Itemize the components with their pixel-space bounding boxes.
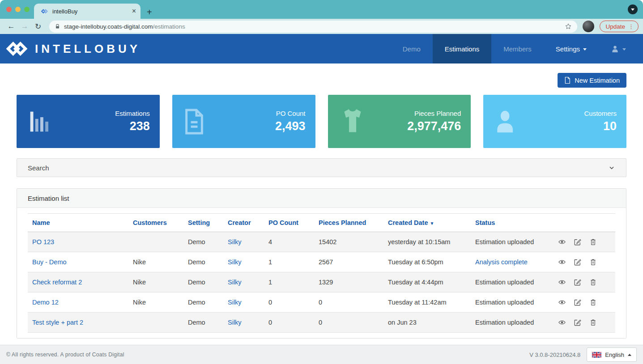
user-menu[interactable] — [599, 34, 643, 63]
delete-button[interactable] — [589, 238, 597, 246]
estimation-name-link[interactable]: Test style + part 2 — [32, 319, 83, 326]
nav-item-estimations[interactable]: Estimations — [433, 34, 492, 63]
card-value: 2,977,476 — [407, 119, 461, 133]
window-minimize-button[interactable] — [15, 7, 21, 12]
view-button[interactable] — [558, 318, 566, 326]
estimation-name-link[interactable]: Demo 12 — [32, 299, 59, 306]
new-estimation-label: New Estimation — [575, 77, 620, 84]
cell-pieces-planned: 15402 — [314, 232, 383, 252]
card-value: 10 — [584, 119, 617, 133]
card-value: 238 — [115, 119, 150, 133]
copyright-text: © All rights reserved. A product of Coat… — [6, 351, 124, 358]
address-bar[interactable]: stage-intellobuy.coats-digital.com/estim… — [49, 21, 577, 33]
column-header-customers[interactable]: Customers — [128, 214, 183, 232]
column-header-pieces-planned[interactable]: Pieces Planned — [314, 214, 383, 232]
estimation-name-link[interactable]: PO 123 — [32, 238, 54, 245]
url-path: /estimations — [153, 23, 185, 30]
browser-update-button[interactable]: Update ⋮ — [600, 21, 639, 32]
creator-link[interactable]: Silky — [228, 279, 242, 286]
estimation-name-link[interactable]: Buy - Demo — [32, 258, 67, 266]
edit-button[interactable] — [574, 238, 582, 246]
cell-status: Estimation uploaded — [471, 313, 554, 333]
delete-button[interactable] — [589, 318, 597, 326]
table-row: Buy - Demo Nike Demo Silky 1 2567 Tuesda… — [28, 252, 615, 272]
back-button[interactable]: ← — [5, 22, 17, 31]
creator-link[interactable]: Silky — [228, 319, 242, 326]
delete-button[interactable] — [589, 278, 597, 286]
column-header-po-count[interactable]: PO Count — [264, 214, 314, 232]
cell-setting: Demo — [183, 252, 223, 272]
trash-icon — [589, 258, 597, 266]
cell-setting: Demo — [183, 292, 223, 313]
browser-profile-avatar[interactable] — [583, 21, 594, 32]
brand-logo[interactable]: INTELLOBUY — [0, 34, 141, 63]
window-close-button[interactable] — [6, 7, 12, 12]
cell-created-date: Tuesday at 4:44pm — [383, 272, 471, 292]
tab-close-icon[interactable]: × — [132, 8, 136, 15]
cell-customers — [128, 232, 183, 252]
intellobuy-logo-icon — [6, 41, 30, 57]
column-header-status[interactable]: Status — [471, 214, 554, 232]
view-button[interactable] — [558, 238, 566, 246]
estimation-name-link[interactable]: Check reformat 2 — [32, 279, 82, 286]
status-link[interactable]: Analysis complete — [475, 258, 528, 266]
stat-card-po-count[interactable]: PO Count 2,493 — [172, 95, 315, 148]
new-tab-button[interactable]: + — [147, 8, 152, 17]
column-header-setting[interactable]: Setting — [183, 214, 223, 232]
forward-button[interactable]: → — [19, 22, 30, 31]
tab-search-button[interactable] — [628, 4, 638, 14]
cell-created-date: Tuesday at 11:42am — [383, 292, 471, 313]
creator-link[interactable]: Silky — [228, 238, 242, 245]
sort-desc-icon: ▼ — [430, 221, 434, 226]
column-header-name[interactable]: Name — [28, 214, 128, 232]
new-estimation-button[interactable]: New Estimation — [558, 73, 626, 88]
stat-cards: Estimations 238 PO Count 2,493 — [17, 95, 626, 148]
delete-button[interactable] — [589, 258, 597, 266]
view-button[interactable] — [558, 278, 566, 286]
creator-link[interactable]: Silky — [228, 258, 242, 266]
window-zoom-button[interactable] — [24, 7, 30, 12]
bookmark-star-button[interactable] — [565, 23, 572, 30]
nav-item-members[interactable]: Members — [491, 34, 544, 63]
eye-icon — [558, 258, 566, 266]
edit-icon — [574, 238, 582, 246]
stat-card-customers[interactable]: Customers 10 — [483, 95, 626, 148]
language-selector[interactable]: English — [587, 347, 637, 362]
cell-setting: Demo — [183, 272, 223, 292]
edit-button[interactable] — [574, 258, 582, 266]
refresh-button[interactable]: ↻ — [32, 22, 44, 31]
delete-button[interactable] — [589, 298, 597, 306]
cell-po-count: 1 — [264, 252, 314, 272]
file-icon — [564, 76, 571, 84]
update-label: Update — [605, 23, 625, 30]
edit-button[interactable] — [574, 278, 582, 286]
cell-pieces-planned: 0 — [314, 313, 383, 333]
view-button[interactable] — [558, 298, 566, 306]
cell-pieces-planned: 1329 — [314, 272, 383, 292]
column-header-created-date[interactable]: Created Date▼ — [383, 214, 471, 232]
edit-button[interactable] — [574, 318, 582, 326]
browser-tab[interactable]: intelloBuy × — [34, 4, 141, 19]
nav-item-settings[interactable]: Settings — [544, 34, 599, 63]
creator-link[interactable]: Silky — [228, 299, 242, 306]
trash-icon — [589, 318, 597, 326]
search-collapse-panel[interactable]: Search — [17, 158, 626, 177]
view-button[interactable] — [558, 258, 566, 266]
card-label: Customers — [584, 110, 617, 117]
main-content: New Estimation Estimations 238 — [0, 63, 643, 345]
cell-po-count: 4 — [264, 232, 314, 252]
card-label: Estimations — [115, 110, 150, 117]
column-header-actions — [554, 214, 615, 232]
nav-item-demo[interactable]: Demo — [391, 34, 433, 63]
estimation-list-title: Estimation list — [28, 195, 69, 202]
column-header-creator[interactable]: Creator — [223, 214, 264, 232]
stat-card-pieces-planned[interactable]: Pieces Planned 2,977,476 — [328, 95, 471, 148]
edit-button[interactable] — [574, 298, 582, 306]
kebab-menu-icon[interactable]: ⋮ — [628, 23, 634, 30]
cell-created-date: Tuesday at 6:50pm — [383, 252, 471, 272]
chevron-down-icon[interactable] — [608, 164, 615, 171]
nav-label: Estimations — [445, 45, 480, 53]
chevron-down-icon — [631, 8, 634, 11]
stat-card-estimations[interactable]: Estimations 238 — [17, 95, 160, 148]
cell-status: Estimation uploaded — [471, 272, 554, 292]
